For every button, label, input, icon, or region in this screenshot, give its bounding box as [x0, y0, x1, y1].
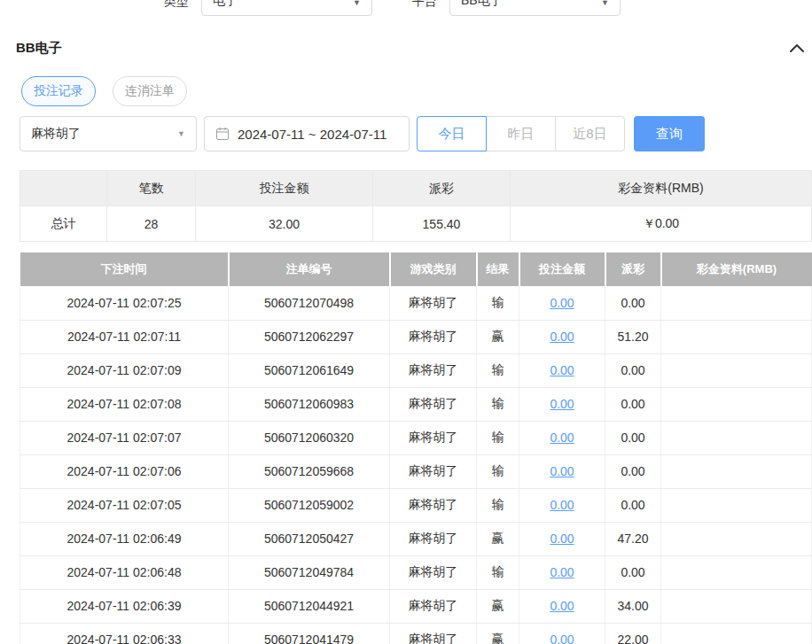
yesterday-button[interactable]: 昨日: [486, 116, 556, 151]
last8days-button[interactable]: 近8日: [555, 116, 625, 151]
date-range-input[interactable]: 2024-07-11 ~ 2024-07-11: [204, 116, 410, 151]
game-select[interactable]: 麻将胡了 ▼: [20, 116, 197, 151]
today-button[interactable]: 今日: [417, 116, 487, 151]
bonus-cell: [661, 320, 812, 353]
table-row: 2024-07-11 02:07:09 5060712061649 麻将胡了 输…: [20, 353, 812, 387]
bet-amount-link[interactable]: 0.00: [550, 565, 574, 579]
order-id-cell: 5060712060983: [229, 387, 390, 421]
record-tabs: 投注记录 连消注单: [21, 76, 812, 106]
payout-cell: 0.00: [605, 488, 661, 522]
table-row: 2024-07-11 02:07:06 5060712059668 麻将胡了 输…: [20, 454, 812, 488]
bonus-cell: [661, 589, 812, 623]
bet-table-header-row: 下注时间 注单编号 游戏类别 结果 投注金额 派彩 彩金资料(RMB): [20, 252, 812, 286]
payout-cell: 51.20: [605, 320, 661, 353]
bet-amount-cell: 0.00: [519, 387, 605, 421]
table-row: 2024-07-11 02:07:07 5060712060320 麻将胡了 输…: [20, 421, 812, 454]
platform-label: 平台: [412, 0, 437, 10]
filter-row: 麻将胡了 ▼ 2024-07-11 ~ 2024-07-11 今日 昨日 近8日…: [20, 116, 812, 151]
table-row: 2024-07-11 02:06:48 5060712049784 麻将胡了 输…: [20, 555, 812, 589]
bet-table-body: 2024-07-11 02:07:25 5060712070498 麻将胡了 输…: [20, 286, 812, 644]
summary-header-bet-amount: 投注金额: [196, 171, 373, 206]
bet-amount-link[interactable]: 0.00: [550, 498, 574, 512]
bet-amount-link[interactable]: 0.00: [550, 531, 574, 546]
bonus-cell: [661, 387, 812, 421]
bet-amount-cell: 0.00: [519, 623, 605, 644]
top-filter-row: 类型 电子 ▼ 平台 BB电子 ▼: [164, 0, 621, 16]
bet-amount-link[interactable]: 0.00: [550, 330, 574, 344]
result-cell: 赢: [477, 522, 519, 555]
table-row: 2024-07-11 02:07:05 5060712059002 麻将胡了 输…: [20, 488, 812, 522]
game-type-cell: 麻将胡了: [390, 488, 477, 522]
order-id-cell: 5060712050427: [229, 522, 390, 555]
result-cell: 赢: [477, 623, 519, 644]
col-header-order-id: 注单编号: [229, 252, 390, 286]
payout-cell: 0.00: [605, 555, 661, 589]
query-button[interactable]: 查询: [634, 116, 705, 151]
summary-payout-value: 155.40: [373, 206, 511, 242]
game-type-cell: 麻将胡了: [390, 454, 477, 488]
bet-time-cell: 2024-07-11 02:07:06: [20, 454, 229, 488]
order-id-cell: 5060712070498: [229, 286, 390, 320]
bet-amount-link[interactable]: 0.00: [550, 397, 574, 411]
tab-bet-records[interactable]: 投注记录: [21, 76, 96, 106]
bet-time-cell: 2024-07-11 02:06:48: [20, 555, 229, 589]
bet-amount-link[interactable]: 0.00: [550, 632, 574, 644]
bet-time-cell: 2024-07-11 02:07:11: [20, 320, 229, 353]
game-type-cell: 麻将胡了: [390, 623, 477, 644]
game-type-cell: 麻将胡了: [390, 286, 477, 320]
summary-header-bonus: 彩金资料(RMB): [511, 171, 812, 206]
payout-cell: 0.00: [605, 353, 661, 387]
bet-time-cell: 2024-07-11 02:07:09: [20, 353, 229, 387]
bet-amount-link[interactable]: 0.00: [550, 296, 574, 310]
summary-header-payout: 派彩: [373, 171, 511, 206]
bonus-cell: [661, 353, 812, 387]
tab-cancelled-orders[interactable]: 连消注单: [113, 76, 187, 106]
summary-total-label: 总计: [20, 206, 107, 242]
payout-cell: 47.20: [605, 522, 661, 555]
table-row: 2024-07-11 02:07:11 5060712062297 麻将胡了 赢…: [20, 320, 812, 353]
summary-total-row: 总计 28 32.00 155.40 ￥0.00: [20, 206, 812, 242]
platform-select[interactable]: BB电子 ▼: [449, 0, 621, 16]
order-id-cell: 5060712061649: [229, 353, 390, 387]
calendar-icon: [215, 127, 230, 141]
col-header-payout: 派彩: [605, 252, 661, 286]
bet-amount-cell: 0.00: [519, 522, 605, 555]
summary-count-value: 28: [107, 206, 196, 242]
bonus-cell: [661, 623, 812, 644]
type-select-value: 电子: [213, 0, 238, 9]
table-row: 2024-07-11 02:06:49 5060712050427 麻将胡了 赢…: [20, 522, 812, 555]
order-id-cell: 5060712059002: [229, 488, 390, 522]
section-title: BB电子: [16, 40, 62, 57]
order-id-cell: 5060712059668: [229, 454, 390, 488]
bet-amount-cell: 0.00: [519, 320, 605, 353]
payout-cell: 0.00: [605, 387, 661, 421]
summary-header-count: 笔数: [107, 171, 196, 206]
order-id-cell: 5060712044921: [229, 589, 390, 623]
bet-amount-link[interactable]: 0.00: [550, 431, 574, 445]
summary-table: 笔数 投注金额 派彩 彩金资料(RMB) 总计 28 32.00 155.40 …: [20, 170, 812, 242]
game-type-cell: 麻将胡了: [390, 421, 477, 454]
bet-amount-link[interactable]: 0.00: [550, 599, 574, 613]
table-row: 2024-07-11 02:07:08 5060712060983 麻将胡了 输…: [20, 387, 812, 421]
bonus-cell: [661, 522, 812, 555]
quick-date-button-group: 今日 昨日 近8日: [417, 116, 625, 151]
game-type-cell: 麻将胡了: [390, 522, 477, 555]
chevron-down-icon: ▼: [601, 0, 609, 7]
result-cell: 输: [477, 421, 519, 454]
bet-amount-cell: 0.00: [519, 555, 605, 589]
col-header-bet-amount: 投注金额: [519, 252, 605, 286]
result-cell: 输: [477, 387, 519, 421]
bonus-cell: [661, 488, 812, 522]
bet-amount-cell: 0.00: [519, 454, 605, 488]
col-header-result: 结果: [477, 252, 519, 286]
bonus-cell: [661, 421, 812, 454]
game-type-cell: 麻将胡了: [390, 320, 477, 353]
bonus-cell: [661, 286, 812, 320]
bet-amount-link[interactable]: 0.00: [550, 363, 574, 377]
chevron-up-icon[interactable]: [789, 43, 805, 53]
bet-amount-cell: 0.00: [519, 286, 605, 320]
bet-amount-link[interactable]: 0.00: [550, 464, 574, 478]
type-select[interactable]: 电子 ▼: [201, 0, 372, 16]
order-id-cell: 5060712060320: [229, 421, 390, 454]
payout-cell: 34.00: [605, 589, 661, 623]
